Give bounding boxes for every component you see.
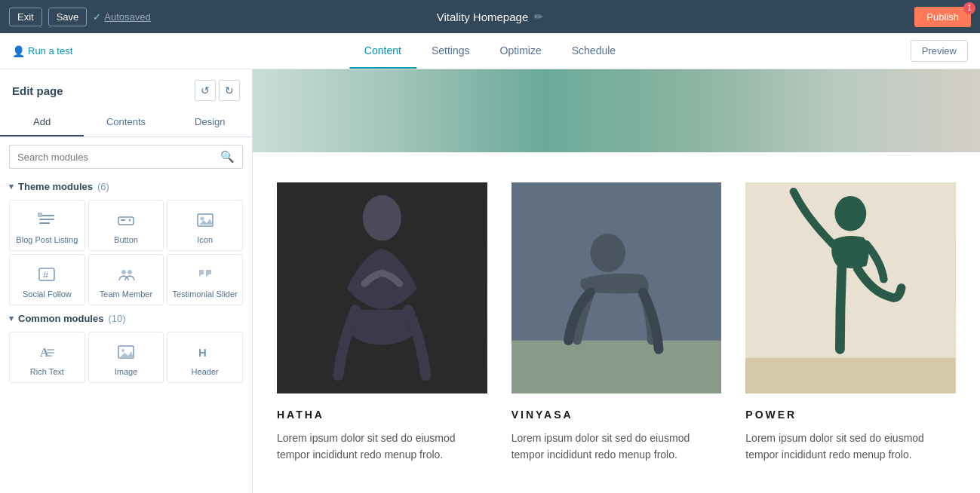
common-chevron-icon: ▾ xyxy=(9,314,14,323)
redo-button[interactable]: ↻ xyxy=(219,80,240,101)
module-rich-text-label: Rich Text xyxy=(30,367,64,376)
tab-optimize[interactable]: Optimize xyxy=(485,34,557,69)
yoga-cards-section: HATHA Lorem ipsum dolor sit sed do eiusm… xyxy=(253,152,980,493)
exit-button[interactable]: Exit xyxy=(9,8,42,26)
search-wrap: 🔍 xyxy=(0,137,252,176)
tab-schedule[interactable]: Schedule xyxy=(557,34,631,69)
svg-point-26 xyxy=(590,234,625,272)
module-team-label: Team Member xyxy=(100,289,152,299)
theme-modules-label: Theme modules xyxy=(18,181,93,192)
yoga-image-hatha xyxy=(277,182,487,393)
module-social-follow[interactable]: # Social Follow xyxy=(9,254,85,305)
edit-icon[interactable]: ✏ xyxy=(534,11,543,23)
tab-settings[interactable]: Settings xyxy=(416,34,485,69)
yoga-card-vinyasa: VINYASA Lorem ipsum dolor sit sed do eiu… xyxy=(512,182,722,464)
module-social-icon: # xyxy=(35,262,59,286)
canvas-top-image xyxy=(253,69,980,152)
svg-marker-20 xyxy=(119,351,134,358)
svg-text:H: H xyxy=(198,346,207,359)
sub-nav-right: Preview xyxy=(911,40,968,62)
top-bar-center: Vitality Homepage ✏ xyxy=(437,11,543,23)
sub-nav: 👤 Run a test Content Settings Optimize S… xyxy=(0,33,980,69)
yoga-card-power: POWER Lorem ipsum dolor sit sed do eiusm… xyxy=(745,182,956,464)
yoga-title-power: POWER xyxy=(745,409,956,421)
common-modules-label: Common modules xyxy=(18,313,103,324)
check-icon: ✓ xyxy=(93,11,101,23)
svg-point-19 xyxy=(121,349,124,352)
top-image-overlay xyxy=(253,69,980,152)
svg-rect-4 xyxy=(118,217,134,225)
svg-rect-1 xyxy=(39,219,54,220)
module-testimonial-icon xyxy=(193,262,217,286)
module-header-label: Header xyxy=(192,367,219,376)
module-icon-label: Icon xyxy=(197,235,213,244)
search-input-wrap: 🔍 xyxy=(9,145,243,169)
sidebar-header: Edit page ↺ ↻ xyxy=(0,69,252,109)
module-social-label: Social Follow xyxy=(23,289,72,299)
sidebar-tab-add[interactable]: Add xyxy=(0,109,84,136)
page-title: Vitality Homepage ✏ xyxy=(437,11,543,23)
svg-point-23 xyxy=(363,195,401,240)
modules-scroll: ▾ Theme modules (6) Blog Post Lis xyxy=(0,176,252,493)
yoga-desc-power: Lorem ipsum dolor sit sed do eiusmod tem… xyxy=(745,430,956,464)
theme-modules-header[interactable]: ▾ Theme modules (6) xyxy=(0,176,252,197)
user-icon: 👤 xyxy=(12,45,25,57)
module-icon[interactable]: Icon xyxy=(167,200,243,251)
yoga-image-vinyasa xyxy=(512,182,722,393)
svg-rect-28 xyxy=(745,358,956,393)
module-image-label: Image xyxy=(115,367,138,376)
sidebar-tabs: Add Contents Design xyxy=(0,109,252,137)
svg-rect-16 xyxy=(47,352,54,354)
publish-badge: 1 xyxy=(963,2,975,14)
canvas-area: HATHA Lorem ipsum dolor sit sed do eiusm… xyxy=(253,69,980,493)
top-bar-left: Exit Save ✓ Autosaved xyxy=(9,8,151,26)
sidebar-tab-contents[interactable]: Contents xyxy=(84,109,167,136)
top-bar-right: Publish 1 xyxy=(914,7,971,27)
yoga-desc-hatha: Lorem ipsum dolor sit sed do eiusmod tem… xyxy=(277,430,487,464)
module-blog-icon xyxy=(35,208,59,232)
search-icon[interactable]: 🔍 xyxy=(220,150,235,164)
module-button-icon xyxy=(114,208,138,232)
sidebar: Edit page ↺ ↻ Add Contents Design 🔍 ▾ Th… xyxy=(0,69,253,493)
tab-content[interactable]: Content xyxy=(349,34,416,69)
save-button[interactable]: Save xyxy=(48,8,88,26)
preview-button[interactable]: Preview xyxy=(911,40,968,62)
sidebar-tab-design[interactable]: Design xyxy=(168,109,252,136)
module-icon-icon xyxy=(193,208,217,232)
module-header-icon: H xyxy=(193,340,217,364)
svg-rect-5 xyxy=(121,219,125,221)
yoga-desc-vinyasa: Lorem ipsum dolor sit sed do eiusmod tem… xyxy=(512,430,722,464)
svg-point-8 xyxy=(200,217,204,221)
run-test-link[interactable]: 👤 Run a test xyxy=(12,45,72,57)
search-input[interactable] xyxy=(17,152,216,163)
yoga-card-hatha: HATHA Lorem ipsum dolor sit sed do eiusm… xyxy=(277,182,487,464)
module-blog-post-listing[interactable]: Blog Post Listing xyxy=(9,200,85,251)
module-blog-label: Blog Post Listing xyxy=(16,235,78,244)
publish-button[interactable]: Publish 1 xyxy=(914,7,971,27)
sub-nav-tabs: Content Settings Optimize Schedule xyxy=(349,34,631,69)
yoga-image-power xyxy=(745,182,956,393)
module-rich-text[interactable]: A Rich Text xyxy=(9,332,85,383)
module-testimonial-slider[interactable]: Testimonial Slider xyxy=(167,254,243,305)
module-rich-text-icon: A xyxy=(35,340,59,364)
svg-point-12 xyxy=(121,270,126,274)
common-modules-grid: A Rich Text xyxy=(0,329,252,386)
autosaved-status: ✓ Autosaved xyxy=(93,11,150,23)
module-button[interactable]: Button xyxy=(88,200,164,251)
sub-nav-left: 👤 Run a test xyxy=(12,45,72,57)
common-modules-header[interactable]: ▾ Common modules (10) xyxy=(0,308,252,329)
module-image-icon xyxy=(114,340,138,364)
svg-rect-2 xyxy=(39,222,50,224)
module-image[interactable]: Image xyxy=(88,332,164,383)
module-team-member[interactable]: Team Member xyxy=(88,254,164,305)
svg-rect-3 xyxy=(38,213,42,217)
module-header[interactable]: H Header xyxy=(167,332,243,383)
module-testimonial-label: Testimonial Slider xyxy=(173,289,238,299)
svg-text:#: # xyxy=(43,269,49,280)
autosaved-link[interactable]: Autosaved xyxy=(104,11,150,23)
svg-marker-6 xyxy=(128,219,131,222)
top-bar: Exit Save ✓ Autosaved Vitality Homepage … xyxy=(0,0,980,33)
undo-button[interactable]: ↺ xyxy=(195,80,216,101)
undo-redo-controls: ↺ ↻ xyxy=(195,80,240,101)
module-team-icon xyxy=(114,262,138,286)
